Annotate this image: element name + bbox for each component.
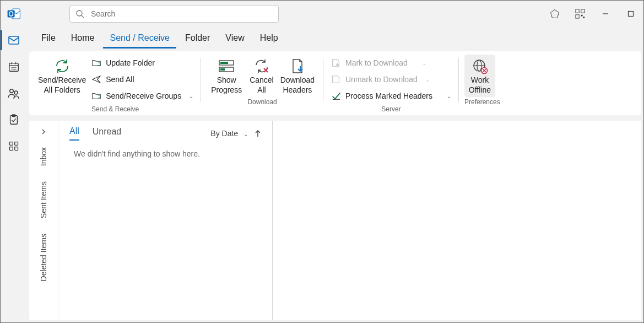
title-bar: Search [1,1,643,27]
arrow-up-icon [255,130,261,137]
svg-rect-13 [9,63,19,72]
send-icon [91,74,101,84]
tab-view[interactable]: View [219,30,251,49]
process-icon [331,91,341,101]
cancel-all-button[interactable]: Cancel All [246,55,277,97]
mail-icon [7,34,20,47]
menu-bar: File Home Send / Receive Folder View Hel… [27,27,643,51]
send-receive-all-button[interactable]: Send/Receive All Folders [35,55,89,97]
reading-pane [273,121,641,320]
premium-icon[interactable] [542,1,567,27]
sync-icon [53,57,71,75]
sort-by-date[interactable]: By Date ⌄ [210,129,248,138]
mark-to-download-button: Mark to Download⌄ [329,55,453,71]
update-folder-button[interactable]: Update Folder [89,55,196,71]
svg-rect-24 [15,142,18,146]
tab-send-receive[interactable]: Send / Receive [103,30,176,49]
mark-download-icon [331,58,341,68]
calendar-icon [8,61,20,73]
send-all-button[interactable]: Send All [89,71,196,88]
svg-rect-30 [220,68,225,71]
svg-rect-7 [576,15,579,18]
folder-deleted-items[interactable]: Deleted Items [39,234,48,281]
title-controls [542,1,643,27]
folder-bar: Inbox Sent Items Deleted Items [29,121,58,320]
svg-point-19 [10,89,13,93]
nav-apps[interactable] [1,133,27,159]
sort-direction-button[interactable] [255,130,261,137]
cancel-sync-icon [253,58,270,74]
group-preferences: Work Offline Preferences [459,53,506,115]
nav-tasks[interactable] [1,106,27,133]
group-label: Preferences [464,98,500,106]
qr-icon[interactable] [567,1,593,27]
work-offline-button[interactable]: Work Offline [464,55,495,97]
tab-home[interactable]: Home [64,30,101,49]
ribbon: Send/Receive All Folders Update Folder S… [29,51,641,115]
unmark-to-download-button: Unmark to Download⌄ [329,71,453,88]
search-input[interactable]: Search [69,5,279,23]
filter-all[interactable]: All [69,126,79,141]
maximize-button[interactable] [618,1,643,27]
unmark-download-icon [331,74,341,84]
svg-rect-6 [581,9,585,13]
svg-rect-5 [576,9,579,13]
folder-groups-icon [91,91,101,101]
apps-icon [8,141,19,152]
download-headers-button[interactable]: Download Headers [277,55,318,97]
search-icon [75,9,84,18]
group-label: Send & Receive [35,105,196,113]
process-marked-headers-button[interactable]: Process Marked Headers⌄ [329,88,453,104]
globe-offline-icon [472,58,488,74]
tab-help[interactable]: Help [253,30,285,49]
chevron-right-icon [40,128,47,135]
folder-inbox[interactable]: Inbox [39,147,48,166]
svg-rect-8 [581,15,583,17]
group-download: Show Progress Cancel All Download Header… [201,53,323,115]
group-label: Download [207,98,318,106]
folder-sync-icon [91,58,101,68]
svg-rect-23 [10,142,13,146]
nav-rail [1,27,27,322]
download-headers-icon [289,58,306,74]
svg-rect-12 [9,36,19,44]
nav-calendar[interactable] [1,53,27,80]
svg-line-4 [82,15,84,18]
tab-file[interactable]: File [35,30,62,49]
send-receive-groups-button[interactable]: Send/Receive Groups⌄ [89,88,196,104]
tab-folder[interactable]: Folder [178,30,217,49]
show-progress-button[interactable]: Show Progress [207,55,246,97]
svg-rect-9 [583,17,585,18]
empty-message: We didn't find anything to show here. [58,143,272,165]
people-icon [7,87,20,100]
nav-mail[interactable] [1,27,27,53]
progress-icon [218,59,235,73]
group-label: Server [329,105,453,113]
svg-point-20 [14,91,18,94]
content-area: Inbox Sent Items Deleted Items All Unrea… [29,121,641,320]
search-placeholder: Search [91,9,115,18]
filter-unread[interactable]: Unread [93,127,121,140]
outlook-logo-icon [1,7,27,21]
svg-rect-28 [220,62,228,64]
folder-sent-items[interactable]: Sent Items [39,181,48,218]
group-send-receive: Send/Receive All Folders Update Folder S… [29,53,201,115]
expand-folders-button[interactable] [29,124,58,139]
svg-rect-11 [629,12,634,17]
svg-rect-26 [15,147,18,150]
nav-people[interactable] [1,80,27,106]
group-server: Mark to Download⌄ Unmark to Download⌄ Pr… [323,53,459,115]
message-list-pane: All Unread By Date ⌄ We didn't find anyt… [58,121,273,320]
clipboard-check-icon [8,114,20,126]
svg-point-3 [77,10,82,16]
minimize-button[interactable] [593,1,618,27]
svg-rect-25 [10,147,13,150]
